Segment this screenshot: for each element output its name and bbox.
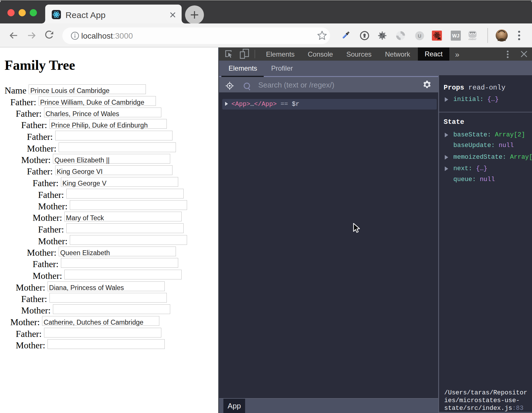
svg-text:WJ: WJ	[452, 33, 460, 39]
svg-text:U: U	[418, 33, 421, 39]
svg-text:ember: ember	[469, 37, 477, 41]
